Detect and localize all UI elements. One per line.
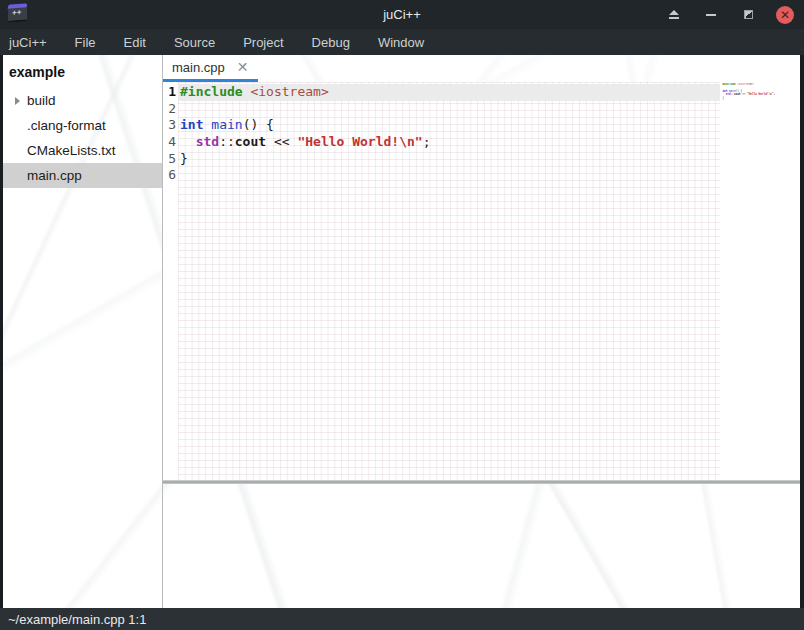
- code-token: <iostream>: [250, 84, 328, 99]
- tree-item-main-cpp[interactable]: main.cpp: [3, 163, 162, 188]
- close-icon: ✕: [780, 9, 790, 21]
- line-number: 3: [163, 117, 178, 134]
- minimap[interactable]: #include <iostream>int main() { std::cou…: [722, 83, 785, 103]
- menu-file[interactable]: File: [61, 29, 110, 55]
- line-number: 4: [163, 134, 178, 151]
- tree-item-cmakelists-txt[interactable]: CMakeLists.txt: [3, 138, 162, 163]
- window-controls: ✕: [665, 0, 794, 29]
- code-token: }: [722, 96, 724, 99]
- line-number: 1: [163, 84, 178, 101]
- code-token: std: [196, 134, 219, 149]
- tab-close-icon[interactable]: ✕: [237, 60, 249, 74]
- tree-item-label: build: [27, 93, 56, 108]
- menu-jucipp[interactable]: juCi++: [0, 29, 61, 55]
- tree-items: build.clang-formatCMakeLists.txtmain.cpp: [3, 88, 162, 188]
- code-area[interactable]: #include <iostream>int main() { std::cou…: [178, 82, 720, 480]
- shade-button[interactable]: [665, 6, 683, 24]
- line-number: 2: [163, 101, 178, 118]
- source-editor: 123456 #include <iostream>int main() { s…: [163, 82, 800, 480]
- app-window: juCi++ ✕ juCi++ File Edit Source Project…: [0, 0, 804, 630]
- code-token: () {: [243, 117, 274, 132]
- code-token: ::: [219, 134, 235, 149]
- code-line: [178, 101, 720, 118]
- code-token: cout: [235, 134, 266, 149]
- code-line: [178, 167, 720, 184]
- code-token: [180, 134, 196, 149]
- gutter: 123456: [163, 82, 178, 480]
- minimize-button[interactable]: [702, 6, 720, 24]
- code-token: "Hello World!\n": [297, 134, 422, 149]
- shade-icon: [669, 10, 679, 19]
- statusbar: ~/example/main.cpp 1:1: [0, 608, 804, 630]
- code-line: #include <iostream>: [178, 84, 720, 101]
- tab-main-cpp[interactable]: main.cpp ✕: [163, 55, 258, 82]
- main-area: example build.clang-formatCMakeLists.txt…: [0, 55, 804, 608]
- titlebar: juCi++ ✕: [0, 0, 804, 29]
- line-number: 6: [163, 167, 178, 184]
- minimize-icon: [706, 14, 716, 16]
- code-token: int: [180, 117, 203, 132]
- tree-root-example[interactable]: example: [3, 61, 162, 83]
- code-token: #include: [722, 83, 735, 86]
- restore-icon: [744, 10, 753, 19]
- window-right-border: [800, 55, 804, 608]
- code-line: }: [178, 151, 720, 168]
- status-file-position: ~/example/main.cpp 1:1: [0, 612, 146, 627]
- line-number: 5: [163, 151, 178, 168]
- expander-icon[interactable]: [9, 97, 25, 105]
- menu-edit[interactable]: Edit: [110, 29, 160, 55]
- code-token: <<: [266, 134, 297, 149]
- code-line: [722, 100, 785, 103]
- code-token: <iostream>: [737, 83, 753, 86]
- minimap-area: #include <iostream>int main() { std::cou…: [720, 82, 800, 480]
- code-token: }: [180, 151, 188, 166]
- restore-button[interactable]: [739, 6, 757, 24]
- code-line: int main() {: [178, 117, 720, 134]
- tree-item-build[interactable]: build: [3, 88, 162, 113]
- tree-item--clang-format[interactable]: .clang-format: [3, 113, 162, 138]
- menubar: juCi++ File Edit Source Project Debug Wi…: [0, 29, 804, 55]
- menu-debug[interactable]: Debug: [298, 29, 364, 55]
- tab-label: main.cpp: [172, 60, 225, 75]
- tree-item-label: CMakeLists.txt: [27, 143, 116, 158]
- code-token: main: [211, 117, 242, 132]
- code-token: "Hello World!\n": [747, 93, 773, 96]
- file-tree-sidebar: example build.clang-formatCMakeLists.txt…: [3, 55, 162, 608]
- tree-item-label: main.cpp: [27, 168, 82, 183]
- code-token: ;: [423, 134, 431, 149]
- terminal-panel[interactable]: [163, 484, 800, 608]
- menu-source[interactable]: Source: [160, 29, 229, 55]
- code-token: #include: [180, 84, 243, 99]
- tree-item-label: .clang-format: [27, 118, 106, 133]
- editor-column: main.cpp ✕ 123456 #include <iostream>int…: [163, 55, 800, 608]
- menu-window[interactable]: Window: [364, 29, 438, 55]
- close-button[interactable]: ✕: [776, 6, 794, 24]
- code-token: ;: [773, 93, 775, 96]
- tabbar: main.cpp ✕: [163, 55, 800, 82]
- menu-project[interactable]: Project: [229, 29, 297, 55]
- code-line: std::cout << "Hello World!\n";: [178, 134, 720, 151]
